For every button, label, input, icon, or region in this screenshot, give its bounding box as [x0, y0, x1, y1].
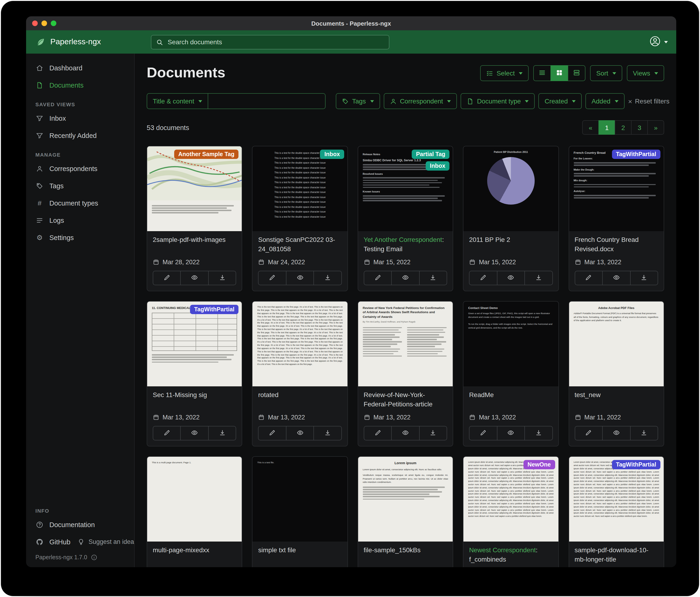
document-card[interactable]: Contact Sheet DemoGiven a set of image f… — [463, 301, 559, 447]
filter-title-content-button[interactable]: Title & content — [147, 93, 208, 109]
document-card[interactable]: Patient BP Distribution 20112011 BP Pie … — [463, 146, 559, 291]
tag-badge[interactable]: Inbox — [320, 150, 344, 159]
sidebar-item-documents[interactable]: Documents — [26, 76, 134, 94]
pagination-page-button[interactable]: 3 — [631, 120, 648, 135]
document-title[interactable]: Newest Correspondent: f_combineds — [469, 546, 553, 564]
download-document-button[interactable] — [419, 426, 447, 440]
view-document-button[interactable] — [180, 271, 209, 285]
document-title[interactable]: file-sample_150kBs — [364, 546, 447, 555]
document-card[interactable]: French Country BreadFor the Leaven:Make … — [569, 146, 664, 291]
document-correspondent[interactable]: Yet Another Correspondent — [364, 236, 442, 243]
filter-tags-button[interactable]: Tags — [336, 93, 380, 109]
edit-document-button[interactable] — [258, 426, 286, 440]
document-card[interactable]: Lorem ipsum dolor sit amet, consectetur … — [463, 456, 559, 567]
document-title[interactable]: French Country Bread Revised.docx — [574, 235, 658, 254]
document-title[interactable]: Sonstige ScanPC2022 03-24_081058 — [258, 235, 342, 254]
document-thumbnail[interactable]: Adobe Acrobat PDF FilesAdobe® Portable D… — [569, 302, 664, 386]
user-menu[interactable] — [649, 35, 668, 49]
sidebar-item-correspondents[interactable]: Correspondents — [26, 160, 134, 177]
edit-document-button[interactable] — [574, 271, 603, 285]
document-title[interactable]: 2sample-pdf-with-images — [153, 235, 236, 244]
edit-document-button[interactable] — [364, 426, 392, 440]
edit-document-button[interactable] — [258, 271, 286, 285]
document-thumbnail[interactable]: French Country BreadFor the Leaven:Make … — [569, 146, 664, 231]
sidebar-item-recently-added[interactable]: Recently Added — [26, 127, 134, 144]
document-title[interactable]: Sec 11-Missing sig — [153, 390, 236, 400]
document-card[interactable]: Lorem ipsum dolor sit amet, consectetur … — [569, 456, 664, 567]
document-thumbnail[interactable]: This is the text that appears on the fir… — [253, 302, 347, 386]
document-card[interactable]: Release NotesSimba ODBC Driver for SQL S… — [358, 146, 453, 291]
views-button[interactable]: Views — [627, 65, 664, 81]
pagination-page-button[interactable]: 2 — [615, 120, 631, 135]
view-detail-button[interactable] — [568, 65, 585, 81]
edit-document-button[interactable] — [574, 426, 603, 440]
document-card[interactable]: This is the text that appears on the fir… — [252, 301, 348, 447]
close-window-button[interactable] — [32, 21, 38, 26]
download-document-button[interactable] — [314, 271, 342, 285]
document-card[interactable]: Another Sample Tag2sample-pdf-with-image… — [147, 146, 243, 291]
document-thumbnail[interactable]: 11. CONTINUING MEDICAL EDUCATagWithParti… — [147, 302, 242, 386]
document-card[interactable]: Adobe Acrobat PDF FilesAdobe® Portable D… — [569, 301, 664, 447]
document-card[interactable]: This is a test for the double space char… — [252, 146, 348, 291]
zoom-window-button[interactable] — [51, 21, 56, 26]
edit-document-button[interactable] — [364, 271, 392, 285]
sidebar-item-dashboard[interactable]: Dashboard — [26, 59, 134, 76]
pagination-prev-button[interactable]: « — [582, 120, 599, 135]
document-thumbnail[interactable]: This is a test file. — [253, 457, 347, 542]
edit-document-button[interactable] — [469, 426, 497, 440]
document-thumbnail[interactable]: Release NotesSimba ODBC Driver for SQL S… — [358, 146, 453, 231]
sidebar-item-documentation[interactable]: Documentation — [26, 516, 134, 533]
view-document-button[interactable] — [602, 271, 630, 285]
document-thumbnail[interactable]: Lorem ipsum dolor sit amet, consectetur … — [569, 457, 664, 542]
brand[interactable]: Paperless-ngx — [26, 37, 101, 47]
sidebar-item-github[interactable]: GitHub — [26, 533, 70, 550]
download-document-button[interactable] — [419, 271, 447, 285]
tag-badge[interactable]: NewOne — [523, 460, 555, 469]
sort-button[interactable]: Sort — [590, 65, 622, 81]
document-title[interactable]: 2011 BP Pie 2 — [469, 235, 553, 244]
document-title[interactable]: Review-of-New-York-Federal-Petitions-art… — [364, 390, 447, 409]
edit-document-button[interactable] — [153, 271, 181, 285]
document-title[interactable]: rotated — [258, 390, 342, 400]
search-input[interactable] — [167, 38, 384, 46]
sidebar-item-document-types[interactable]: # Document types — [26, 194, 134, 212]
document-thumbnail[interactable]: Review of New York Federal Petitions for… — [358, 302, 453, 386]
filter-document-type-button[interactable]: Document type — [460, 93, 535, 109]
download-document-button[interactable] — [208, 271, 236, 285]
document-thumbnail[interactable]: Contact Sheet DemoGiven a set of image f… — [464, 302, 558, 386]
tag-badge[interactable]: Inbox — [426, 161, 450, 171]
document-title[interactable]: simple txt file — [258, 546, 342, 555]
view-document-button[interactable] — [497, 426, 525, 440]
filter-correspondent-button[interactable]: Correspondent — [383, 93, 457, 109]
download-document-button[interactable] — [524, 271, 553, 285]
sidebar-item-logs[interactable]: Logs — [26, 212, 134, 229]
sidebar-item-suggest-idea[interactable]: Suggest an idea — [70, 533, 134, 550]
view-document-button[interactable] — [497, 271, 525, 285]
document-correspondent[interactable]: Newest Correspondent — [469, 546, 535, 554]
document-card[interactable]: This is a multi page document. Page 1.mu… — [147, 456, 243, 567]
view-list-button[interactable] — [533, 65, 551, 81]
view-document-button[interactable] — [392, 271, 420, 285]
select-button[interactable]: Select — [480, 65, 529, 81]
view-document-button[interactable] — [286, 271, 314, 285]
document-thumbnail[interactable]: Lorem ipsum dolor sit amet, consectetur … — [464, 457, 558, 542]
view-document-button[interactable] — [180, 426, 209, 440]
info-icon[interactable] — [91, 554, 97, 560]
tag-badge[interactable]: TagWithPartial — [190, 305, 239, 314]
edit-document-button[interactable] — [469, 271, 497, 285]
filter-created-button[interactable]: Created — [539, 93, 582, 109]
tag-badge[interactable]: TagWithPartial — [612, 460, 660, 469]
minimize-window-button[interactable] — [42, 21, 47, 26]
pagination-page-button[interactable]: 1 — [598, 120, 615, 135]
view-document-button[interactable] — [286, 426, 314, 440]
document-title[interactable]: ReadMe — [469, 390, 553, 400]
download-document-button[interactable] — [314, 426, 342, 440]
document-card[interactable]: This is a test file.simple txt file — [252, 456, 348, 567]
document-thumbnail[interactable]: This is a test for the double space char… — [253, 146, 347, 231]
filter-added-button[interactable]: Added — [585, 93, 624, 109]
tag-badge[interactable]: TagWithPartial — [612, 150, 660, 159]
download-document-button[interactable] — [524, 426, 553, 440]
pagination-next-button[interactable]: » — [647, 120, 664, 135]
download-document-button[interactable] — [630, 426, 658, 440]
view-grid-button[interactable] — [550, 65, 568, 81]
